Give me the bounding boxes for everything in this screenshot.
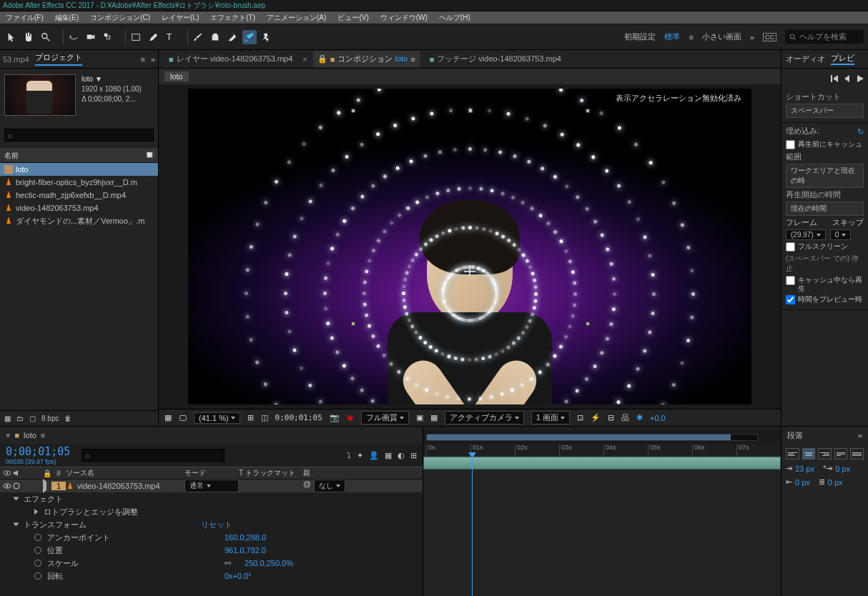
current-time[interactable]: 0;00;01;05 (275, 413, 322, 422)
twirl-icon[interactable] (14, 523, 19, 527)
chevron-right-icon[interactable]: » (750, 33, 754, 41)
align-center-icon[interactable] (802, 448, 816, 460)
col-num[interactable]: # (51, 470, 66, 477)
roto-effect[interactable]: ロトブラシとエッジを調整 (0, 505, 423, 518)
time-ruler[interactable]: 0s01s02s03s04s05s06s07s (423, 444, 781, 457)
snapshot-icon[interactable]: 📷 (330, 413, 340, 422)
preview-time-checkbox[interactable]: 時間をプレビュー時 (786, 295, 864, 304)
menu-icon[interactable]: ≡ (41, 431, 45, 439)
scale-prop[interactable]: スケール⚯ 250.0,250.0% (0, 557, 423, 570)
motion-blur-icon[interactable]: ◐ (398, 451, 405, 460)
solo-toggle[interactable] (12, 482, 21, 490)
prop-value[interactable]: 250.0,250.0% (245, 559, 293, 567)
help-search[interactable]: ヘルプを検索 (785, 30, 864, 44)
tab-project[interactable]: プロジェクト (35, 52, 82, 66)
fps-select[interactable]: (29.97) (786, 229, 826, 240)
layer-clip[interactable] (423, 457, 781, 470)
reset-exposure-icon[interactable]: ✱ (636, 413, 643, 422)
rectangle-tool-icon[interactable] (129, 30, 143, 44)
timeline-search-input[interactable] (82, 449, 225, 462)
graph-editor-icon[interactable]: ⊞ (410, 451, 417, 460)
parent-select[interactable]: なし (314, 480, 345, 492)
flowchart-icon[interactable]: 品 (621, 412, 629, 423)
hand-tool-icon[interactable] (21, 30, 36, 44)
playfrom-select[interactable]: 現在の時間 (786, 202, 864, 216)
justify-all-icon[interactable] (850, 448, 864, 460)
reset-link[interactable]: リセット (201, 520, 232, 530)
close-tab-icon[interactable]: × (302, 55, 307, 64)
clone-tool-icon[interactable] (208, 30, 222, 44)
indent-right[interactable]: ⇤0 px (786, 477, 810, 487)
menu-edit[interactable]: 編集(E) (49, 13, 84, 23)
cc-icon[interactable]: CC (763, 33, 776, 41)
px-value[interactable]: 0 px (835, 465, 850, 473)
timeline-timecode[interactable]: 0;00;01;05 (6, 445, 70, 458)
indent-left[interactable]: ⇥23 px (786, 464, 814, 473)
transparency-icon[interactable]: ▦ (430, 413, 438, 422)
puppet-tool-icon[interactable] (260, 30, 274, 44)
position-prop[interactable]: 位置961.0,792.0 (0, 544, 423, 557)
folder-icon[interactable]: 🗀 (16, 414, 24, 422)
chevron-right-icon[interactable]: » (858, 431, 862, 439)
eraser-tool-icon[interactable] (225, 30, 240, 44)
shy-icon[interactable]: 👤 (369, 451, 379, 460)
fullscreen-checkbox[interactable]: フルスクリーン (786, 242, 864, 252)
prop-value[interactable]: 961.0,792.0 (225, 546, 266, 555)
stopwatch-icon[interactable] (34, 547, 41, 554)
pixel-aspect-icon[interactable]: ⊡ (577, 413, 583, 422)
menu-help[interactable]: ヘルプ(H) (433, 13, 476, 23)
col-parent[interactable]: 親 (303, 468, 360, 478)
trash-icon[interactable]: 🗑 (64, 414, 71, 422)
timeline-tab-name[interactable]: loto (24, 431, 36, 439)
stopwatch-icon[interactable] (34, 572, 41, 580)
menu-file[interactable]: ファイル(F) (0, 13, 49, 23)
visibility-toggle[interactable] (3, 482, 11, 490)
tab-53mp4[interactable]: 53.mp4 (3, 55, 29, 64)
selection-handle[interactable] (586, 109, 590, 113)
tab-paragraph[interactable]: 段落 (787, 430, 803, 441)
playhead[interactable] (472, 457, 473, 596)
stopwatch-icon[interactable] (34, 560, 41, 567)
roto-brush-tool-icon[interactable] (242, 30, 257, 44)
range-select[interactable]: ワークエリアと現在の時 (786, 164, 864, 188)
anchor-prop[interactable]: アンカーポイント160.0,288.0 (0, 531, 423, 544)
pickwhip-icon[interactable]: @ (303, 480, 311, 492)
draft3d-icon[interactable]: ✦ (357, 451, 363, 460)
zoom-slider[interactable] (427, 434, 731, 440)
project-item[interactable]: bright-fiber-optics_byz9hjvxr__D.m (0, 176, 158, 189)
px-value[interactable]: 0 px (795, 478, 810, 487)
rotation-prop[interactable]: 回転0x+0.0° (0, 570, 423, 582)
channel-icon[interactable]: ◉ (347, 413, 354, 422)
prop-value[interactable]: 0x+0.0° (225, 572, 252, 580)
pen-tool-icon[interactable] (146, 30, 160, 44)
comp-breadcrumb[interactable]: loto (164, 71, 189, 81)
zoom-select[interactable]: (41.1 %) (194, 412, 240, 424)
menu-effect[interactable]: エフェクト(T) (204, 13, 261, 23)
workspace-small[interactable]: 小さい画面 (702, 31, 741, 42)
selection-handle[interactable] (586, 322, 590, 326)
alpha-icon[interactable]: ▦ (164, 413, 172, 422)
px-value[interactable]: 0 px (828, 478, 843, 487)
panel-menu-icon[interactable]: ≡ (140, 55, 144, 64)
layer-row[interactable]: 1 video-1482063753.mp4 通常 @なし (0, 480, 423, 492)
camera-select[interactable]: アクティブカメラ (445, 411, 524, 424)
tab-preview[interactable]: プレビ (831, 53, 854, 65)
brush-tool-icon[interactable] (191, 30, 205, 44)
px-value[interactable]: 23 px (795, 465, 814, 473)
frame-blend-icon[interactable]: ▦ (385, 451, 392, 460)
menu-view[interactable]: ビュー(V) (332, 13, 374, 23)
align-right-icon[interactable] (818, 448, 832, 460)
cache-before-play-checkbox[interactable]: 再生前にキャッシュ (786, 140, 864, 149)
viewer-tab-layer[interactable]: ■レイヤー video-1482063753.mp4 (164, 51, 297, 67)
menu-window[interactable]: ウィンドウ(W) (375, 13, 433, 23)
col-source[interactable]: ソース名 (66, 468, 184, 478)
twirl-icon[interactable] (43, 479, 46, 493)
type-tool-icon[interactable]: T (163, 30, 177, 44)
menu-animation[interactable]: アニメーション(A) (261, 13, 332, 23)
bpc-label[interactable]: 8 bpc (41, 414, 59, 422)
project-item-loto[interactable]: loto (0, 163, 158, 176)
selection-handle[interactable] (351, 109, 355, 113)
resolution-select[interactable]: フル画質 (361, 411, 409, 424)
transform-group[interactable]: トランスフォームリセット (0, 518, 423, 531)
workspace-standard[interactable]: 標準 (664, 31, 680, 42)
